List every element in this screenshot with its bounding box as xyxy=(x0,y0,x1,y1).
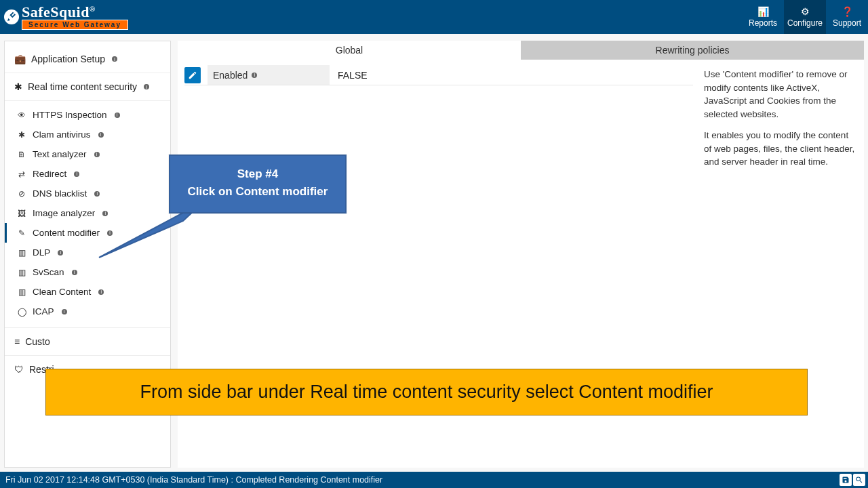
sidebar-item-text-analyzer[interactable]: 🗎 Text analyzer i xyxy=(5,144,170,164)
help-text: Use 'Content modifier' to remove or modi… xyxy=(704,68,857,121)
status-buttons xyxy=(840,474,865,486)
callout-line1: Step #4 xyxy=(182,165,333,183)
brand-logo-icon xyxy=(4,9,19,24)
sliders-icon: ≡ xyxy=(14,336,20,347)
document-icon: 🗎 xyxy=(17,150,26,159)
sidebar-section-rtcs[interactable]: ✱ Real time content security i xyxy=(5,73,170,101)
tab-rewriting-policies[interactable]: Rewriting policies xyxy=(521,41,864,60)
chart-icon: 📊 xyxy=(757,7,769,16)
sidebar-item-image-analyzer[interactable]: 🖼 Image analyzer i xyxy=(5,203,170,223)
sidebar-item-label: HTTPS Inspection xyxy=(33,110,107,120)
sidebar-item-https-inspection[interactable]: 👁 HTTPS Inspection i xyxy=(5,105,170,125)
block-icon: ⊘ xyxy=(17,189,26,199)
search-icon xyxy=(855,476,863,484)
brand-tagline: Secure Web Gateway xyxy=(22,20,128,30)
sidebar-item-label: Clam antivirus xyxy=(33,129,91,140)
brand-name: SafeSquid® xyxy=(22,5,96,20)
topnav-label: Configure xyxy=(787,18,823,28)
tabbar: Global Rewriting policies xyxy=(178,41,864,60)
sidebar-item-icap[interactable]: ◯ ICAP i xyxy=(5,302,170,321)
sidebar-item-label: Text analyzer xyxy=(33,149,87,159)
info-icon: i xyxy=(74,171,79,177)
info-icon: i xyxy=(112,56,117,62)
sidebar-item-dns-blacklist[interactable]: ⊘ DNS blacklist i xyxy=(5,184,170,203)
info-icon: i xyxy=(94,152,100,157)
sidebar-item-content-modifier[interactable]: ✎ Content modifier i xyxy=(5,223,170,243)
tab-label: Global xyxy=(336,45,363,56)
info-icon: i xyxy=(144,84,149,89)
prop-row-enabled: Enabled i FALSE xyxy=(184,65,693,85)
instruction-callout: Step #4 Click on Content modifier xyxy=(169,155,347,214)
sidebar-section-custom[interactable]: ≡ Custo xyxy=(5,328,170,356)
asterisk-icon: ✱ xyxy=(17,130,26,140)
topnav: 📊 Reports ⚙ Configure ❓ Support xyxy=(742,0,868,34)
sidebar-item-label: DNS blacklist xyxy=(33,188,87,199)
brand: SafeSquid® Secure Web Gateway xyxy=(4,5,128,30)
sidebar-item-label: Redirect xyxy=(33,169,66,179)
instruction-banner: From side bar under Real time content se… xyxy=(45,369,808,415)
asterisk-icon: ✱ xyxy=(14,81,22,92)
info-icon: i xyxy=(58,250,63,256)
eye-icon: 👁 xyxy=(17,110,26,120)
sidebar-item-label: SvScan xyxy=(33,267,64,277)
sidebar-item-label: ICAP xyxy=(33,306,54,317)
pencil-square-icon xyxy=(188,70,197,80)
edit-icon: ✎ xyxy=(17,228,26,238)
barcode-icon: ▥ xyxy=(17,287,26,297)
image-icon: 🖼 xyxy=(17,209,26,218)
sidebar-item-label: Content modifier xyxy=(33,228,100,238)
prop-label: Enabled i xyxy=(208,65,330,85)
topnav-support[interactable]: ❓ Support xyxy=(826,0,868,34)
save-icon xyxy=(842,476,850,484)
topbar: SafeSquid® Secure Web Gateway 📊 Reports … xyxy=(0,0,868,34)
help-text: It enables you to modify the content of … xyxy=(704,129,857,169)
shuffle-icon: ⇄ xyxy=(17,169,26,179)
sidebar-item-label: Image analyzer xyxy=(33,208,95,218)
sidebar-section-label: Custo xyxy=(25,336,50,347)
callout-line2: Click on Content modifier xyxy=(182,183,333,201)
briefcase-icon: 💼 xyxy=(14,54,26,64)
statusbar: Fri Jun 02 2017 12:14:48 GMT+0530 (India… xyxy=(0,472,868,488)
barcode-icon: ▥ xyxy=(17,248,26,258)
search-button[interactable] xyxy=(853,474,865,486)
sidebar-section-app-setup[interactable]: 💼 Application Setup i xyxy=(5,45,170,73)
topnav-label: Reports xyxy=(749,18,777,28)
sidebar-item-label: Clean Content xyxy=(33,287,91,297)
info-icon: i xyxy=(72,270,77,275)
sidebar-item-clam-antivirus[interactable]: ✱ Clam antivirus i xyxy=(5,125,170,144)
tab-global[interactable]: Global xyxy=(178,41,521,60)
info-icon: i xyxy=(98,132,104,138)
save-button[interactable] xyxy=(840,474,852,486)
sidebar-section-label: Real time content security xyxy=(28,81,137,92)
gear-icon: ⚙ xyxy=(801,7,810,16)
circle-icon: ◯ xyxy=(17,307,26,317)
info-icon: i xyxy=(94,191,100,197)
topnav-reports[interactable]: 📊 Reports xyxy=(742,0,784,34)
info-icon: i xyxy=(115,113,120,118)
info-icon: i xyxy=(107,230,113,236)
sidebar-item-svscan[interactable]: ▥ SvScan i xyxy=(5,262,170,282)
topnav-label: Support xyxy=(833,18,861,28)
topnav-configure[interactable]: ⚙ Configure xyxy=(784,0,826,34)
info-icon: i xyxy=(252,73,257,78)
sidebar-item-label: DLP xyxy=(33,247,50,258)
sidebar-item-clean-content[interactable]: ▥ Clean Content i xyxy=(5,282,170,302)
status-text: Fri Jun 02 2017 12:14:48 GMT+0530 (India… xyxy=(5,475,382,485)
info-icon: i xyxy=(102,211,108,216)
barcode-icon: ▥ xyxy=(17,268,26,277)
prop-value-enabled: FALSE xyxy=(330,70,368,81)
sidebar-item-redirect[interactable]: ⇄ Redirect i xyxy=(5,164,170,184)
tab-label: Rewriting policies xyxy=(656,45,730,56)
question-icon: ❓ xyxy=(842,7,853,16)
info-icon: i xyxy=(62,309,67,314)
sidebar-item-dlp[interactable]: ▥ DLP i xyxy=(5,243,170,262)
info-icon: i xyxy=(98,289,104,295)
edit-button[interactable] xyxy=(184,67,201,83)
shield-icon: 🛡 xyxy=(14,364,24,375)
sidebar-section-label: Application Setup xyxy=(31,54,105,64)
